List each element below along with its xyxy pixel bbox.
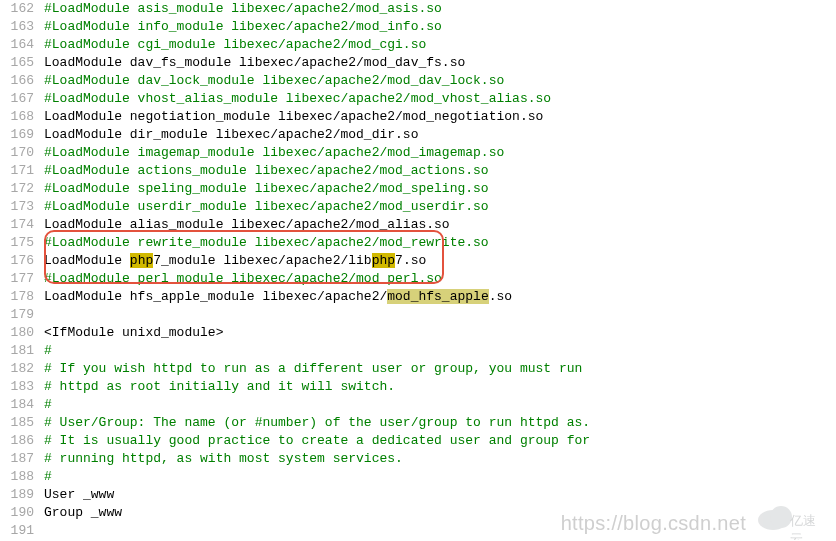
line-number: 162	[0, 0, 44, 18]
code-line[interactable]: 163#LoadModule info_module libexec/apach…	[0, 18, 836, 36]
line-content: #LoadModule speling_module libexec/apach…	[44, 180, 836, 198]
line-content: #LoadModule dav_lock_module libexec/apac…	[44, 72, 836, 90]
line-content: LoadModule alias_module libexec/apache2/…	[44, 216, 836, 234]
code-line[interactable]: 186# It is usually good practice to crea…	[0, 432, 836, 450]
code-line[interactable]: 177#LoadModule perl_module libexec/apach…	[0, 270, 836, 288]
line-number: 169	[0, 126, 44, 144]
line-content: #LoadModule vhost_alias_module libexec/a…	[44, 90, 836, 108]
line-number: 187	[0, 450, 44, 468]
code-line[interactable]: 165LoadModule dav_fs_module libexec/apac…	[0, 54, 836, 72]
code-line[interactable]: 185# User/Group: The name (or #number) o…	[0, 414, 836, 432]
code-line[interactable]: 182# If you wish httpd to run as a diffe…	[0, 360, 836, 378]
line-content: #LoadModule userdir_module libexec/apach…	[44, 198, 836, 216]
line-number: 189	[0, 486, 44, 504]
line-content: LoadModule php7_module libexec/apache2/l…	[44, 252, 836, 270]
line-number: 171	[0, 162, 44, 180]
line-content: #LoadModule asis_module libexec/apache2/…	[44, 0, 836, 18]
search-match: php	[130, 253, 153, 268]
code-editor[interactable]: 162#LoadModule asis_module libexec/apach…	[0, 0, 836, 540]
line-content: #LoadModule cgi_module libexec/apache2/m…	[44, 36, 836, 54]
code-line[interactable]: 171#LoadModule actions_module libexec/ap…	[0, 162, 836, 180]
code-line[interactable]: 184#	[0, 396, 836, 414]
line-number: 163	[0, 18, 44, 36]
line-content: User _www	[44, 486, 836, 504]
line-content: LoadModule dav_fs_module libexec/apache2…	[44, 54, 836, 72]
line-content: #LoadModule imagemap_module libexec/apac…	[44, 144, 836, 162]
line-number: 186	[0, 432, 44, 450]
line-content: #	[44, 468, 836, 486]
code-line[interactable]: 168LoadModule negotiation_module libexec…	[0, 108, 836, 126]
line-number: 181	[0, 342, 44, 360]
line-number: 168	[0, 108, 44, 126]
line-number: 173	[0, 198, 44, 216]
line-number: 180	[0, 324, 44, 342]
line-content: # running httpd, as with most system ser…	[44, 450, 836, 468]
line-number: 179	[0, 306, 44, 324]
line-content: #LoadModule actions_module libexec/apach…	[44, 162, 836, 180]
line-content: Group _www	[44, 504, 836, 522]
line-number: 166	[0, 72, 44, 90]
code-line[interactable]: 183# httpd as root initially and it will…	[0, 378, 836, 396]
line-content: # User/Group: The name (or #number) of t…	[44, 414, 836, 432]
code-line[interactable]: 189User _www	[0, 486, 836, 504]
code-line[interactable]: 169LoadModule dir_module libexec/apache2…	[0, 126, 836, 144]
code-line[interactable]: 178LoadModule hfs_apple_module libexec/a…	[0, 288, 836, 306]
line-number: 184	[0, 396, 44, 414]
code-line[interactable]: 176LoadModule php7_module libexec/apache…	[0, 252, 836, 270]
line-number: 165	[0, 54, 44, 72]
line-number: 172	[0, 180, 44, 198]
line-content: <IfModule unixd_module>	[44, 324, 836, 342]
line-number: 177	[0, 270, 44, 288]
line-number: 185	[0, 414, 44, 432]
line-number: 170	[0, 144, 44, 162]
line-number: 182	[0, 360, 44, 378]
line-number: 175	[0, 234, 44, 252]
line-content: # httpd as root initially and it will sw…	[44, 378, 836, 396]
line-content: #LoadModule perl_module libexec/apache2/…	[44, 270, 836, 288]
code-line[interactable]: 181#	[0, 342, 836, 360]
code-line[interactable]: 167#LoadModule vhost_alias_module libexe…	[0, 90, 836, 108]
line-content: # It is usually good practice to create …	[44, 432, 836, 450]
code-line[interactable]: 190Group _www	[0, 504, 836, 522]
code-line[interactable]: 172#LoadModule speling_module libexec/ap…	[0, 180, 836, 198]
line-content: #LoadModule info_module libexec/apache2/…	[44, 18, 836, 36]
line-number: 190	[0, 504, 44, 522]
code-line[interactable]: 179	[0, 306, 836, 324]
code-line[interactable]: 164#LoadModule cgi_module libexec/apache…	[0, 36, 836, 54]
line-content: LoadModule dir_module libexec/apache2/mo…	[44, 126, 836, 144]
code-line[interactable]: 174LoadModule alias_module libexec/apach…	[0, 216, 836, 234]
code-line[interactable]: 180<IfModule unixd_module>	[0, 324, 836, 342]
code-line[interactable]: 162#LoadModule asis_module libexec/apach…	[0, 0, 836, 18]
line-number: 164	[0, 36, 44, 54]
code-line[interactable]: 170#LoadModule imagemap_module libexec/a…	[0, 144, 836, 162]
code-line[interactable]: 188#	[0, 468, 836, 486]
line-content: #	[44, 396, 836, 414]
line-number: 174	[0, 216, 44, 234]
line-number: 176	[0, 252, 44, 270]
line-content: LoadModule negotiation_module libexec/ap…	[44, 108, 836, 126]
line-number: 167	[0, 90, 44, 108]
line-number: 178	[0, 288, 44, 306]
code-line[interactable]: 166#LoadModule dav_lock_module libexec/a…	[0, 72, 836, 90]
line-content: #LoadModule rewrite_module libexec/apach…	[44, 234, 836, 252]
line-content: #	[44, 342, 836, 360]
line-number: 188	[0, 468, 44, 486]
search-match: mod_hfs_apple	[387, 289, 488, 304]
line-content: LoadModule hfs_apple_module libexec/apac…	[44, 288, 836, 306]
code-line[interactable]: 173#LoadModule userdir_module libexec/ap…	[0, 198, 836, 216]
line-number: 191	[0, 522, 44, 540]
code-line[interactable]: 175#LoadModule rewrite_module libexec/ap…	[0, 234, 836, 252]
code-line[interactable]: 187# running httpd, as with most system …	[0, 450, 836, 468]
line-content: # If you wish httpd to run as a differen…	[44, 360, 836, 378]
search-match: php	[372, 253, 395, 268]
code-line[interactable]: 191	[0, 522, 836, 540]
line-number: 183	[0, 378, 44, 396]
